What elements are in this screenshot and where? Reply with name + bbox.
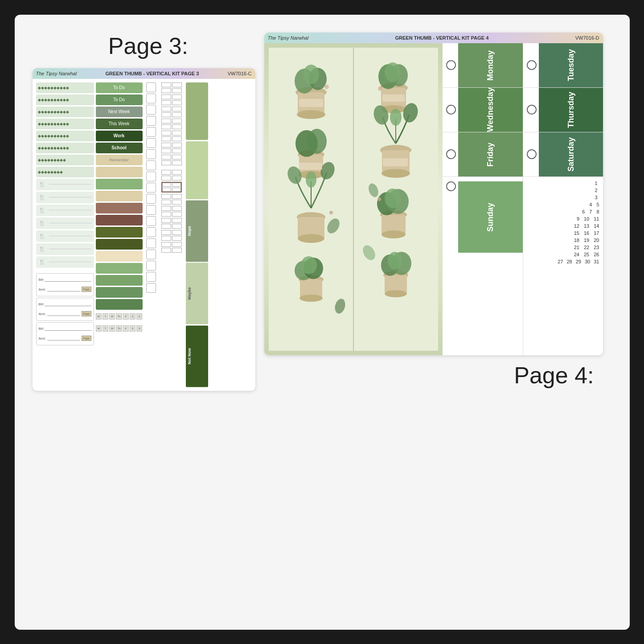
svg-point-45 (385, 290, 407, 297)
svg-point-18 (306, 172, 316, 188)
checkbox-15 (146, 238, 156, 248)
habit-row-1: M T W Th F S S (96, 311, 143, 322)
bill-sticker-1: Bill Amt. Paid (36, 273, 94, 296)
calendar-numbers: 1 2 3 45 678 91011 (527, 180, 599, 264)
grid-cb-brown-1 (161, 182, 182, 193)
checkbox-16 (146, 250, 156, 259)
droplet-row-6: ◆◆◆◆◆◆◆◆◆◆ (36, 143, 94, 153)
label-todo1: To Do (96, 82, 143, 93)
checkbox-1 (146, 82, 156, 92)
checkbox-9 (146, 172, 156, 181)
cal-row-4: 45 (527, 202, 599, 207)
wednesday-label: Wednesday (458, 88, 523, 132)
grid-cb-2 (161, 94, 182, 105)
saturday-cell: Saturday (523, 132, 603, 177)
label-green-4 (96, 287, 143, 298)
grid-cb-6 (161, 143, 182, 153)
svg-rect-59 (299, 163, 322, 170)
saturday-circle (527, 149, 537, 159)
label-sage-1 (96, 263, 143, 274)
svg-point-55 (329, 211, 333, 214)
friday-circle (446, 149, 456, 159)
svg-point-12 (307, 129, 327, 154)
col-single-checkboxes (144, 82, 158, 387)
svg-rect-60 (383, 158, 408, 166)
fork-row-3: 🍴 (36, 205, 94, 216)
checkbox-8 (146, 160, 156, 170)
page3-header: The Tipsy Narwhal GREEN THUMB - VERTICAL… (33, 68, 255, 79)
checkbox-14 (146, 227, 156, 237)
tuesday-circle (527, 60, 537, 70)
page4-section: The Tipsy Narwhal GREEN THUMB - VERTICAL… (264, 33, 612, 389)
cal-row-6: 91011 (527, 216, 599, 222)
svg-point-36 (390, 109, 402, 126)
cal-row-2: 2 (527, 188, 599, 193)
mini-calendar: 1 2 3 45 678 91011 (523, 177, 603, 355)
svg-point-24 (301, 256, 317, 274)
page4-code: VW7016-D (575, 35, 599, 41)
cal-row-12: 2728293031 (527, 259, 599, 264)
grid-cb-13 (161, 242, 182, 253)
wednesday-cell: Wednesday (443, 88, 523, 132)
saturday-label: Saturday (539, 132, 603, 176)
droplet-row-2: ◆◆◆◆◆◆◆◆◆◆ (36, 94, 94, 105)
svg-point-21 (299, 295, 323, 302)
sticker-nope: Nope (186, 201, 208, 262)
botanical-svg (269, 48, 438, 351)
checkbox-18 (146, 272, 156, 282)
label-green-l-1 (96, 179, 143, 189)
droplet-row-1: ◆◆◆◆◆◆◆◆◆◆ (36, 82, 94, 93)
page4-body: Monday Tuesday Wednesday (264, 43, 603, 355)
svg-point-33 (381, 169, 410, 178)
label-cream (96, 251, 143, 262)
checkbox-7 (146, 149, 156, 159)
botanical-illustration (264, 43, 443, 355)
page4-header-title: GREEN THUMB - VERTICAL KIT PAGE 4 (312, 35, 572, 41)
svg-point-54 (378, 86, 382, 91)
cal-row-7: 121314 (527, 223, 599, 229)
svg-point-48 (388, 252, 402, 270)
fork-row-2: 🍴 (36, 192, 94, 203)
bill-sticker-2: Bill Amt. Paid (36, 298, 94, 321)
svg-point-4 (297, 110, 325, 119)
label-tan-1 (96, 167, 143, 177)
fork-row-1: 🍴 (36, 179, 94, 190)
checkbox-5 (146, 127, 156, 137)
label-school: School (96, 143, 143, 153)
sunday-label: Sunday (458, 181, 523, 253)
cal-row-5: 678 (527, 209, 599, 214)
sunday-circle (446, 181, 456, 191)
svg-point-30 (385, 62, 401, 82)
row-sun-cal: Sunday 1 2 3 45 (443, 177, 603, 355)
sticker-maybe: Maybe (186, 263, 208, 324)
tuesday-label: Tuesday (539, 43, 603, 87)
cal-row-11: 242526 (527, 252, 599, 257)
svg-rect-57 (299, 99, 323, 107)
grid-cb-9 (161, 194, 182, 205)
grid-cb-3 (161, 107, 182, 117)
monday-circle (446, 60, 456, 70)
label-tan-2 (96, 191, 143, 201)
sticker-not-now: Not Now (186, 326, 208, 387)
page4-header: The Tipsy Narwhal GREEN THUMB - VERTICAL… (264, 33, 603, 43)
col-labels: To Do To Do Next Week This Week Work Sch… (96, 82, 143, 387)
checkbox-2 (146, 94, 156, 103)
cal-row-8: 151617 (527, 230, 599, 236)
page3-sheet: The Tipsy Narwhal GREEN THUMB - VERTICAL… (33, 68, 255, 391)
col-grid-checkboxes (160, 82, 184, 387)
wednesday-circle (446, 105, 456, 115)
grid-cb-12 (161, 230, 182, 241)
label-this-week: This Week (96, 119, 143, 129)
monday-label: Monday (458, 43, 523, 87)
fork-row-7: 🍴 (36, 256, 94, 268)
grid-cb-4 (161, 119, 182, 129)
checkbox-19 (146, 283, 156, 293)
cal-row-3: 3 (527, 195, 599, 200)
droplet-row-5: ◆◆◆◆◆◆◆◆◆◆ (36, 131, 94, 141)
grid-cb-10 (161, 206, 182, 217)
label-todo2: To Do (96, 94, 143, 105)
label-brown-1 (96, 203, 143, 213)
droplet-row-3: ◆◆◆◆◆◆◆◆◆◆ (36, 107, 94, 117)
friday-label: Friday (458, 132, 523, 176)
grid-cb-8 (161, 170, 182, 180)
